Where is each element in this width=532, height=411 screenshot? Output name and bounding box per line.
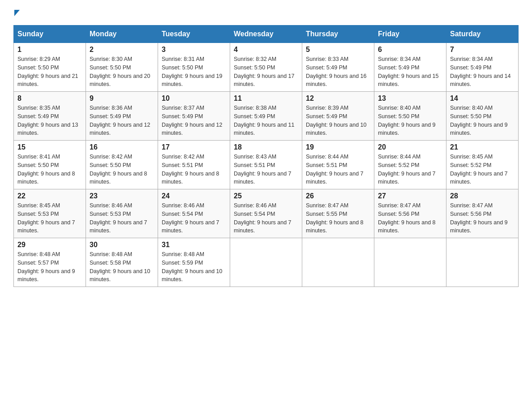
day-info: Sunrise: 8:46 AM Sunset: 5:54 PM Dayligh… [162, 201, 226, 235]
day-info: Sunrise: 8:47 AM Sunset: 5:55 PM Dayligh… [306, 201, 370, 235]
day-info: Sunrise: 8:40 AM Sunset: 5:50 PM Dayligh… [378, 104, 442, 137]
page-header [13, 9, 519, 16]
day-number: 13 [378, 94, 442, 103]
day-info: Sunrise: 8:37 AM Sunset: 5:49 PM Dayligh… [162, 104, 226, 137]
calendar-week-row: 1 Sunrise: 8:29 AM Sunset: 5:50 PM Dayli… [14, 43, 519, 92]
day-number: 26 [306, 192, 370, 200]
calendar-cell: 27 Sunrise: 8:47 AM Sunset: 5:56 PM Dayl… [374, 189, 446, 238]
calendar-cell [302, 238, 374, 287]
day-number: 9 [90, 94, 154, 103]
day-number: 14 [450, 94, 515, 103]
day-number: 23 [90, 192, 154, 200]
calendar-cell: 19 Sunrise: 8:44 AM Sunset: 5:51 PM Dayl… [302, 141, 374, 189]
day-number: 18 [234, 143, 298, 151]
weekday-header-wednesday: Wednesday [230, 26, 302, 43]
day-info: Sunrise: 8:29 AM Sunset: 5:50 PM Dayligh… [17, 55, 82, 89]
calendar-cell: 17 Sunrise: 8:42 AM Sunset: 5:51 PM Dayl… [158, 141, 230, 189]
calendar-cell: 28 Sunrise: 8:47 AM Sunset: 5:56 PM Dayl… [446, 189, 519, 238]
logo-arrow-icon [14, 10, 20, 16]
calendar-cell: 16 Sunrise: 8:42 AM Sunset: 5:50 PM Dayl… [86, 141, 158, 189]
calendar-cell [230, 238, 302, 287]
day-info: Sunrise: 8:48 AM Sunset: 5:57 PM Dayligh… [17, 250, 82, 284]
calendar-cell: 21 Sunrise: 8:45 AM Sunset: 5:52 PM Dayl… [446, 141, 519, 189]
day-info: Sunrise: 8:42 AM Sunset: 5:51 PM Dayligh… [162, 153, 226, 186]
calendar-week-row: 15 Sunrise: 8:41 AM Sunset: 5:50 PM Dayl… [14, 141, 519, 189]
calendar-cell: 31 Sunrise: 8:48 AM Sunset: 5:59 PM Dayl… [158, 238, 230, 287]
day-info: Sunrise: 8:34 AM Sunset: 5:49 PM Dayligh… [450, 55, 515, 89]
calendar-cell [374, 238, 446, 287]
calendar-cell: 24 Sunrise: 8:46 AM Sunset: 5:54 PM Dayl… [158, 189, 230, 238]
day-number: 8 [17, 94, 82, 103]
calendar-cell: 4 Sunrise: 8:32 AM Sunset: 5:50 PM Dayli… [230, 43, 302, 92]
calendar-cell: 3 Sunrise: 8:31 AM Sunset: 5:50 PM Dayli… [158, 43, 230, 92]
day-number: 20 [378, 143, 442, 151]
calendar-cell: 25 Sunrise: 8:46 AM Sunset: 5:54 PM Dayl… [230, 189, 302, 238]
day-number: 21 [450, 143, 515, 151]
day-number: 16 [90, 143, 154, 151]
day-number: 7 [450, 46, 515, 54]
calendar-cell: 7 Sunrise: 8:34 AM Sunset: 5:49 PM Dayli… [446, 43, 519, 92]
day-info: Sunrise: 8:35 AM Sunset: 5:49 PM Dayligh… [17, 104, 82, 137]
weekday-header-saturday: Saturday [446, 26, 519, 43]
day-number: 4 [234, 46, 298, 54]
day-number: 29 [17, 241, 82, 249]
day-info: Sunrise: 8:30 AM Sunset: 5:50 PM Dayligh… [90, 55, 154, 89]
day-number: 27 [378, 192, 442, 200]
calendar-cell: 12 Sunrise: 8:39 AM Sunset: 5:49 PM Dayl… [302, 92, 374, 141]
day-number: 12 [306, 94, 370, 103]
day-number: 5 [306, 46, 370, 54]
calendar-cell [446, 238, 519, 287]
calendar-cell: 29 Sunrise: 8:48 AM Sunset: 5:57 PM Dayl… [14, 238, 86, 287]
calendar-cell: 13 Sunrise: 8:40 AM Sunset: 5:50 PM Dayl… [374, 92, 446, 141]
calendar-cell: 10 Sunrise: 8:37 AM Sunset: 5:49 PM Dayl… [158, 92, 230, 141]
weekday-header-row: SundayMondayTuesdayWednesdayThursdayFrid… [14, 26, 519, 43]
calendar-cell: 23 Sunrise: 8:46 AM Sunset: 5:53 PM Dayl… [86, 189, 158, 238]
calendar-cell: 15 Sunrise: 8:41 AM Sunset: 5:50 PM Dayl… [14, 141, 86, 189]
day-info: Sunrise: 8:43 AM Sunset: 5:51 PM Dayligh… [234, 153, 298, 186]
calendar-cell: 14 Sunrise: 8:40 AM Sunset: 5:50 PM Dayl… [446, 92, 519, 141]
day-info: Sunrise: 8:46 AM Sunset: 5:53 PM Dayligh… [90, 201, 154, 235]
day-number: 6 [378, 46, 442, 54]
day-info: Sunrise: 8:47 AM Sunset: 5:56 PM Dayligh… [378, 201, 442, 235]
calendar-week-row: 8 Sunrise: 8:35 AM Sunset: 5:49 PM Dayli… [14, 92, 519, 141]
day-info: Sunrise: 8:41 AM Sunset: 5:50 PM Dayligh… [17, 153, 82, 186]
day-number: 31 [162, 241, 226, 249]
weekday-header-friday: Friday [374, 26, 446, 43]
day-info: Sunrise: 8:48 AM Sunset: 5:59 PM Dayligh… [162, 250, 226, 284]
calendar-cell: 30 Sunrise: 8:48 AM Sunset: 5:58 PM Dayl… [86, 238, 158, 287]
day-info: Sunrise: 8:31 AM Sunset: 5:50 PM Dayligh… [162, 55, 226, 89]
day-info: Sunrise: 8:45 AM Sunset: 5:53 PM Dayligh… [17, 201, 82, 235]
logo [13, 9, 20, 16]
day-number: 2 [90, 46, 154, 54]
calendar-cell: 6 Sunrise: 8:34 AM Sunset: 5:49 PM Dayli… [374, 43, 446, 92]
day-info: Sunrise: 8:32 AM Sunset: 5:50 PM Dayligh… [234, 55, 298, 89]
calendar-cell: 18 Sunrise: 8:43 AM Sunset: 5:51 PM Dayl… [230, 141, 302, 189]
calendar-cell: 5 Sunrise: 8:33 AM Sunset: 5:49 PM Dayli… [302, 43, 374, 92]
calendar-cell: 11 Sunrise: 8:38 AM Sunset: 5:49 PM Dayl… [230, 92, 302, 141]
day-number: 19 [306, 143, 370, 151]
day-info: Sunrise: 8:48 AM Sunset: 5:58 PM Dayligh… [90, 250, 154, 284]
day-number: 24 [162, 192, 226, 200]
day-info: Sunrise: 8:42 AM Sunset: 5:50 PM Dayligh… [90, 153, 154, 186]
day-number: 25 [234, 192, 298, 200]
day-number: 15 [17, 143, 82, 151]
calendar-cell: 9 Sunrise: 8:36 AM Sunset: 5:49 PM Dayli… [86, 92, 158, 141]
day-info: Sunrise: 8:38 AM Sunset: 5:49 PM Dayligh… [234, 104, 298, 137]
calendar-table: SundayMondayTuesdayWednesdayThursdayFrid… [13, 25, 519, 287]
day-number: 28 [450, 192, 515, 200]
day-number: 3 [162, 46, 226, 54]
weekday-header-thursday: Thursday [302, 26, 374, 43]
weekday-header-tuesday: Tuesday [158, 26, 230, 43]
calendar-cell: 26 Sunrise: 8:47 AM Sunset: 5:55 PM Dayl… [302, 189, 374, 238]
day-info: Sunrise: 8:40 AM Sunset: 5:50 PM Dayligh… [450, 104, 515, 137]
day-info: Sunrise: 8:33 AM Sunset: 5:49 PM Dayligh… [306, 55, 370, 89]
day-info: Sunrise: 8:44 AM Sunset: 5:52 PM Dayligh… [378, 153, 442, 186]
day-info: Sunrise: 8:46 AM Sunset: 5:54 PM Dayligh… [234, 201, 298, 235]
weekday-header-sunday: Sunday [14, 26, 86, 43]
day-number: 11 [234, 94, 298, 103]
day-info: Sunrise: 8:47 AM Sunset: 5:56 PM Dayligh… [450, 201, 515, 235]
day-info: Sunrise: 8:34 AM Sunset: 5:49 PM Dayligh… [378, 55, 442, 89]
calendar-cell: 20 Sunrise: 8:44 AM Sunset: 5:52 PM Dayl… [374, 141, 446, 189]
day-info: Sunrise: 8:45 AM Sunset: 5:52 PM Dayligh… [450, 153, 515, 186]
calendar-week-row: 22 Sunrise: 8:45 AM Sunset: 5:53 PM Dayl… [14, 189, 519, 238]
